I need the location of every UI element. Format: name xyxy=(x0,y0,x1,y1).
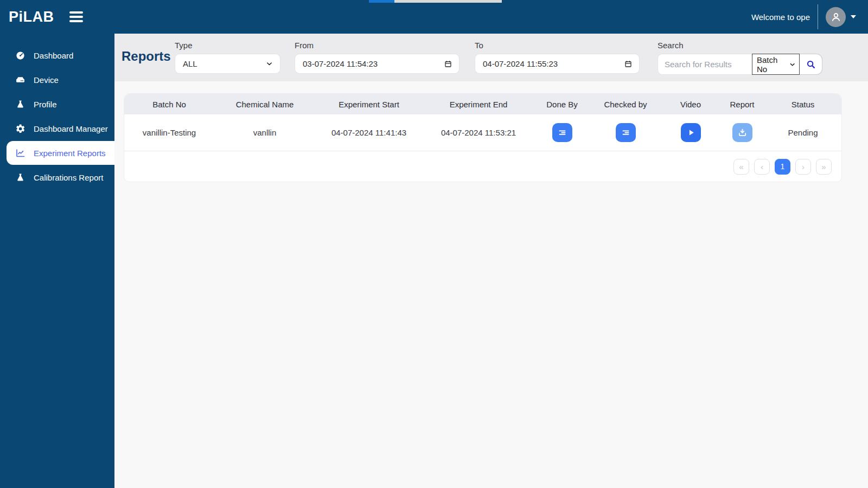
table-header-row: Batch No Chemical Name Experiment Start … xyxy=(124,94,841,114)
checked-by-button[interactable] xyxy=(616,123,636,142)
list-lines-icon xyxy=(557,127,567,138)
brand-logo: PiLAB xyxy=(9,9,59,25)
device-icon xyxy=(15,75,25,85)
from-label: From xyxy=(295,41,459,50)
column-header-checked-by: Checked by xyxy=(590,100,661,109)
pagination-next-button[interactable]: › xyxy=(795,159,811,175)
pagination: « ‹ 1 › » xyxy=(124,151,841,182)
done-by-button[interactable] xyxy=(552,123,572,142)
chevron-down-icon xyxy=(265,60,273,68)
person-icon xyxy=(829,10,843,23)
top-progress-bar-fill xyxy=(369,0,394,3)
hamburger-menu-icon[interactable] xyxy=(67,9,85,24)
sidebar-item-label: Profile xyxy=(34,100,57,109)
pagination-prev-button[interactable]: ‹ xyxy=(754,159,770,175)
search-button[interactable] xyxy=(800,54,822,75)
play-video-button[interactable] xyxy=(681,123,701,142)
sidebar-item-label: Experiment Reports xyxy=(34,149,106,158)
welcome-text: Welcome to ope xyxy=(751,12,810,22)
sidebar: Dashboard Device Profile Dashboard Manag… xyxy=(0,34,114,488)
status-cell: Pending xyxy=(764,128,841,137)
sidebar-item-label: Device xyxy=(34,75,59,85)
chemical-name-cell: vanllin xyxy=(214,128,315,137)
gauge-icon xyxy=(15,50,25,61)
from-datetime-input[interactable]: 03-07-2024 11:54:23 xyxy=(295,54,459,74)
navbar-divider xyxy=(818,4,818,29)
experiment-end-cell: 04-07-2024 11:53:21 xyxy=(423,128,534,137)
table-row: vanillin-Testing vanllin 04-07-2024 11:4… xyxy=(124,114,841,151)
user-avatar[interactable] xyxy=(826,7,846,27)
column-header-experiment-start: Experiment Start xyxy=(315,100,423,109)
type-filter-group: Type ALL xyxy=(175,41,280,74)
search-input[interactable] xyxy=(658,54,752,75)
chart-line-icon xyxy=(15,148,25,158)
type-select[interactable]: ALL xyxy=(175,54,280,74)
sidebar-item-dashboard-manager[interactable]: Dashboard Manager xyxy=(7,117,114,140)
to-filter-group: To 04-07-2024 11:55:23 xyxy=(475,41,640,74)
main-content: Reports Type ALL From 03-07-2024 11:54:2… xyxy=(114,34,868,488)
sidebar-item-label: Dashboard xyxy=(34,51,73,60)
sidebar-item-profile[interactable]: Profile xyxy=(7,92,114,116)
to-datetime-value: 04-07-2024 11:55:23 xyxy=(483,59,558,68)
page-title: Reports xyxy=(122,49,171,64)
sidebar-item-calibrations-report[interactable]: Calibrations Report xyxy=(7,165,114,189)
calendar-icon[interactable] xyxy=(624,60,633,68)
avatar-caret-down-icon[interactable] xyxy=(851,15,856,18)
from-datetime-value: 03-07-2024 11:54:23 xyxy=(303,59,378,68)
filter-bar: Reports Type ALL From 03-07-2024 11:54:2… xyxy=(114,34,868,81)
column-header-done-by: Done By xyxy=(534,100,590,109)
pagination-last-button[interactable]: » xyxy=(816,159,832,175)
search-label: Search xyxy=(658,41,822,50)
to-datetime-input[interactable]: 04-07-2024 11:55:23 xyxy=(475,54,640,74)
column-header-chemical-name: Chemical Name xyxy=(214,100,315,109)
experiment-start-cell: 04-07-2024 11:41:43 xyxy=(315,128,423,137)
column-header-experiment-end: Experiment End xyxy=(423,100,534,109)
to-label: To xyxy=(475,41,640,50)
top-navbar: PiLAB Welcome to ope xyxy=(0,0,868,34)
play-icon xyxy=(686,127,696,138)
column-header-batch-no: Batch No xyxy=(124,100,214,109)
search-category-select[interactable]: Batch No xyxy=(752,54,800,75)
column-header-video: Video xyxy=(661,100,720,109)
download-report-button[interactable] xyxy=(732,123,752,142)
flask-icon xyxy=(15,99,25,110)
pagination-page-1-button[interactable]: 1 xyxy=(775,159,790,175)
navbar-right-section: Welcome to ope xyxy=(751,4,856,29)
gear-icon xyxy=(15,124,25,134)
search-filter-group: Search Batch No xyxy=(658,41,822,75)
list-lines-icon xyxy=(621,127,631,138)
search-category-value: Batch No xyxy=(757,55,789,74)
download-icon xyxy=(737,127,748,138)
pagination-first-button[interactable]: « xyxy=(733,159,749,175)
sidebar-item-label: Dashboard Manager xyxy=(34,124,108,133)
search-icon xyxy=(806,59,816,70)
top-progress-bar xyxy=(369,0,502,3)
sidebar-item-dashboard[interactable]: Dashboard xyxy=(7,43,114,67)
type-label: Type xyxy=(175,41,280,50)
column-header-report: Report xyxy=(720,100,764,109)
flask-icon xyxy=(15,172,25,183)
sidebar-item-experiment-reports[interactable]: Experiment Reports xyxy=(7,141,114,165)
search-input-group: Batch No xyxy=(658,54,822,75)
sidebar-item-label: Calibrations Report xyxy=(34,173,103,182)
batch-no-cell: vanillin-Testing xyxy=(124,128,214,137)
type-select-value: ALL xyxy=(183,59,197,68)
reports-table-card: Batch No Chemical Name Experiment Start … xyxy=(124,93,842,182)
from-filter-group: From 03-07-2024 11:54:23 xyxy=(295,41,459,74)
chevron-down-icon xyxy=(789,61,796,68)
column-header-status: Status xyxy=(764,100,841,109)
calendar-icon[interactable] xyxy=(444,60,452,68)
sidebar-item-device[interactable]: Device xyxy=(7,68,114,92)
